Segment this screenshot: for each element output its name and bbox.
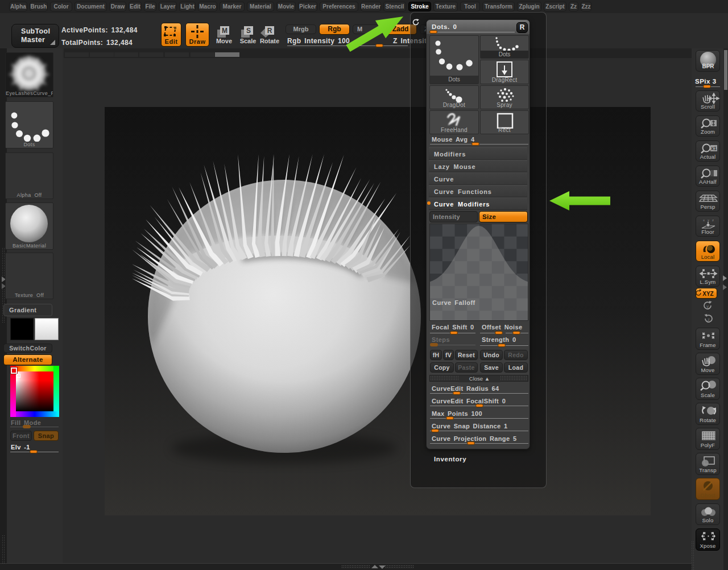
svg-text:x1: x1: [711, 146, 717, 151]
svg-text:S: S: [246, 27, 251, 35]
svg-text:y: y: [706, 304, 709, 309]
svg-text:M: M: [222, 27, 228, 35]
svg-text:z: z: [712, 218, 714, 222]
svg-text:BPR: BPR: [702, 63, 714, 69]
svg-text:y: y: [708, 218, 709, 222]
svg-text:z: z: [708, 317, 710, 322]
svg-text:XYZ: XYZ: [702, 291, 713, 297]
svg-text:R: R: [267, 27, 272, 35]
svg-text:x: x: [703, 218, 705, 222]
